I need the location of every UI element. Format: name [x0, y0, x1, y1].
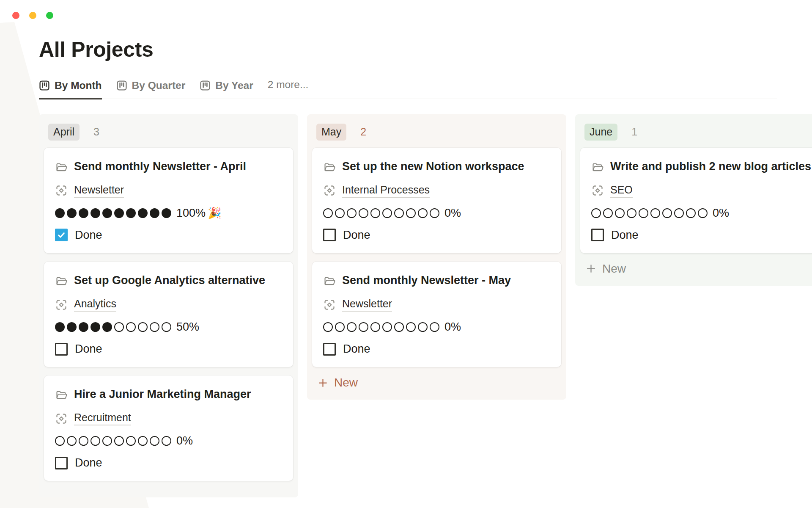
progress-dot — [126, 208, 136, 218]
progress-percent: 0% — [176, 434, 193, 447]
card-tag-link[interactable]: SEO — [610, 184, 633, 198]
done-checkbox[interactable] — [591, 229, 604, 241]
progress-dot — [138, 322, 148, 332]
progress-dot — [138, 208, 148, 218]
done-checkbox[interactable] — [323, 343, 336, 356]
board-view-icon — [200, 80, 211, 91]
progress-dot — [382, 322, 392, 332]
card-title: Send monthly Newsletter - April — [74, 158, 246, 175]
done-checkbox[interactable] — [55, 229, 68, 241]
progress-dots — [591, 208, 710, 218]
progress-dot — [102, 322, 112, 332]
card-tag-link[interactable]: Recruitment — [74, 411, 131, 425]
tabs-more-button[interactable]: 2 more... — [268, 79, 309, 99]
progress-dot — [394, 322, 404, 332]
tab-label: By Month — [55, 80, 102, 91]
done-label: Done — [343, 229, 370, 242]
project-card[interactable]: Hire a Junior Marketing Manager Recruitm… — [44, 375, 293, 481]
open-folder-icon — [323, 275, 336, 287]
card-progress: 0% — [323, 320, 550, 334]
progress-dot — [323, 208, 333, 218]
card-tag-link[interactable]: Newsletter — [74, 184, 124, 198]
board-view-icon — [116, 80, 127, 91]
progress-dot — [162, 208, 171, 218]
tab-label: By Year — [215, 80, 253, 91]
progress-dot — [102, 208, 112, 218]
card-progress: 50% — [55, 320, 282, 334]
relation-frame-diamond-icon — [55, 184, 68, 197]
done-checkbox[interactable] — [323, 229, 336, 241]
page-title: All Projects — [39, 37, 812, 62]
progress-dot — [406, 322, 416, 332]
new-card-label: New — [602, 262, 626, 276]
new-card-button[interactable]: New — [312, 367, 561, 393]
card-tag-link[interactable]: Newsletter — [342, 298, 392, 312]
project-card[interactable]: Send monthly Newsletter - April Newslett… — [44, 148, 293, 253]
card-title: Send monthly Newsletter - May — [342, 272, 511, 289]
done-label: Done — [343, 342, 370, 356]
progress-dots — [55, 436, 173, 446]
card-done-row: Done — [323, 342, 550, 356]
progress-dot — [126, 436, 136, 446]
progress-dot — [79, 322, 88, 332]
check-icon — [57, 230, 66, 240]
relation-frame-diamond-icon — [323, 184, 336, 197]
column-header: June 1 — [580, 119, 812, 148]
open-folder-icon — [323, 161, 336, 174]
tab-by-quarter[interactable]: By Quarter — [116, 80, 186, 99]
tab-by-year[interactable]: By Year — [200, 80, 253, 99]
minimize-button[interactable] — [29, 12, 36, 19]
progress-dot — [67, 322, 77, 332]
progress-dot — [126, 322, 136, 332]
progress-dot — [335, 322, 345, 332]
done-label: Done — [75, 229, 102, 242]
card-title-row: Set up Google Analytics alternative — [55, 272, 282, 289]
progress-dot — [67, 436, 77, 446]
card-tag-link[interactable]: Internal Processes — [342, 184, 430, 198]
page-content: All Projects By Month By Quarter By Year… — [39, 37, 812, 497]
progress-dots — [323, 208, 442, 218]
progress-dot — [91, 322, 100, 332]
progress-dot — [674, 208, 684, 218]
progress-dot — [591, 208, 601, 218]
progress-dot — [79, 208, 88, 218]
relation-frame-diamond-icon — [591, 184, 604, 197]
progress-dot — [698, 208, 708, 218]
project-card[interactable]: Send monthly Newsletter - May Newsletter… — [312, 262, 561, 367]
close-button[interactable] — [12, 12, 19, 19]
progress-dot — [138, 436, 148, 446]
done-checkbox[interactable] — [55, 457, 68, 469]
card-progress: 0% — [591, 207, 812, 220]
card-progress: 0% — [323, 207, 550, 220]
progress-dot — [55, 436, 65, 446]
card-done-row: Done — [55, 342, 282, 356]
project-card[interactable]: Set up the new Notion workspace Internal… — [312, 148, 561, 253]
progress-dot — [382, 208, 392, 218]
card-tag-link[interactable]: Analytics — [74, 298, 116, 312]
board-column: June 1 Write and publish 2 new blog arti… — [575, 114, 812, 286]
progress-dot — [686, 208, 696, 218]
done-checkbox[interactable] — [55, 343, 68, 356]
zoom-button[interactable] — [46, 12, 53, 19]
progress-dot — [150, 208, 159, 218]
done-label: Done — [75, 456, 102, 469]
progress-dot — [114, 436, 124, 446]
column-cards: Set up the new Notion workspace Internal… — [312, 148, 561, 367]
column-month-badge: April — [48, 124, 80, 141]
new-card-button[interactable]: New — [580, 253, 812, 279]
relation-frame-diamond-icon — [55, 298, 68, 311]
column-cards: Write and publish 2 new blog articles SE… — [580, 148, 812, 253]
open-folder-icon — [55, 389, 68, 401]
project-card[interactable]: Set up Google Analytics alternative Anal… — [44, 262, 293, 367]
column-cards: Send monthly Newsletter - April Newslett… — [44, 148, 293, 481]
progress-dot — [418, 208, 428, 218]
project-card[interactable]: Write and publish 2 new blog articles SE… — [580, 148, 812, 253]
card-title: Write and publish 2 new blog articles — [610, 158, 811, 175]
progress-dot — [627, 208, 636, 218]
progress-dot — [662, 208, 672, 218]
done-label: Done — [611, 229, 639, 242]
progress-dot — [79, 436, 88, 446]
card-title-row: Hire a Junior Marketing Manager — [55, 386, 282, 403]
tab-by-month[interactable]: By Month — [39, 80, 102, 99]
progress-dot — [55, 322, 65, 332]
